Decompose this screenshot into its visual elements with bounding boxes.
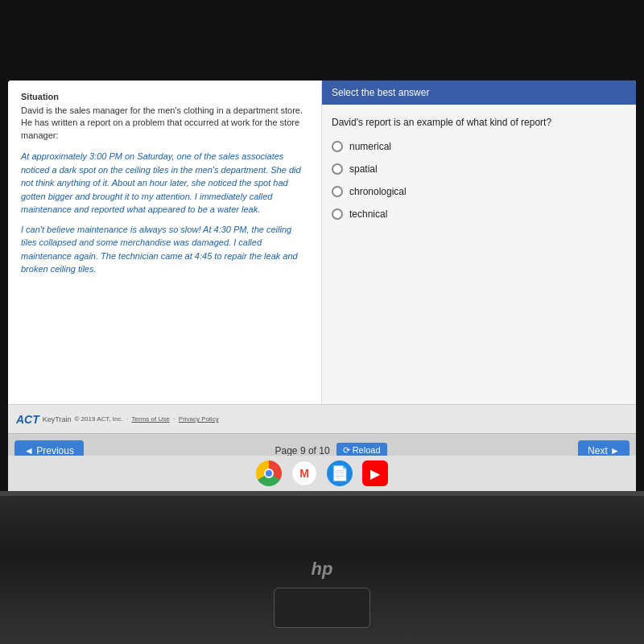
- terms-link[interactable]: Terms of Use: [132, 415, 170, 423]
- laptop-screen: Situation David is the sales manager for…: [8, 80, 636, 467]
- radio-chronological[interactable]: [332, 186, 343, 197]
- situation-paragraph2: I can't believe maintenance is always so…: [21, 223, 308, 276]
- act-copyright: © 2019 ACT, Inc. · Terms of Use · Privac…: [74, 415, 218, 423]
- question-text: David's report is an example of what kin…: [322, 105, 636, 138]
- content-area: Situation David is the sales manager for…: [8, 80, 636, 404]
- option-numerical[interactable]: numerical: [332, 141, 626, 152]
- gmail-icon[interactable]: M: [291, 460, 317, 486]
- radio-technical[interactable]: [332, 208, 343, 220]
- radio-numerical[interactable]: [332, 141, 343, 152]
- question-header: Select the best answer: [322, 80, 636, 105]
- option-chronological[interactable]: chronological: [332, 186, 626, 197]
- hp-logo: hp: [312, 559, 333, 580]
- act-branding: ACT KeyTrain © 2019 ACT, Inc. · Terms of…: [16, 413, 219, 426]
- privacy-link[interactable]: Privacy Policy: [179, 415, 219, 423]
- act-logo: ACT: [16, 413, 39, 426]
- situation-description: David is the sales manager for the men's…: [21, 105, 308, 142]
- situation-title: Situation: [21, 92, 308, 101]
- option-technical[interactable]: technical: [332, 208, 626, 220]
- left-panel: Situation David is the sales manager for…: [8, 80, 322, 404]
- taskbar: M 📄 ▶: [8, 456, 636, 491]
- radio-spatial[interactable]: [332, 163, 343, 175]
- files-icon[interactable]: 📄: [327, 460, 353, 486]
- page-number: Page 9 of 10: [275, 445, 330, 456]
- answer-options: numerical spatial chronological technica…: [322, 138, 636, 223]
- touchpad[interactable]: [274, 588, 370, 628]
- option-technical-label: technical: [349, 208, 387, 220]
- act-keytrain: KeyTrain: [43, 415, 72, 423]
- chrome-icon[interactable]: [256, 460, 282, 486]
- option-spatial[interactable]: spatial: [332, 163, 626, 175]
- situation-paragraph1: At approximately 3:00 PM on Saturday, on…: [21, 150, 308, 217]
- option-numerical-label: numerical: [349, 141, 391, 152]
- screen-footer: ACT KeyTrain © 2019 ACT, Inc. · Terms of…: [8, 404, 636, 433]
- youtube-icon[interactable]: ▶: [362, 460, 388, 486]
- option-chronological-label: chronological: [349, 186, 407, 197]
- laptop-bezel: hp: [0, 491, 644, 644]
- option-spatial-label: spatial: [349, 163, 378, 175]
- right-panel: Select the best answer David's report is…: [322, 80, 636, 404]
